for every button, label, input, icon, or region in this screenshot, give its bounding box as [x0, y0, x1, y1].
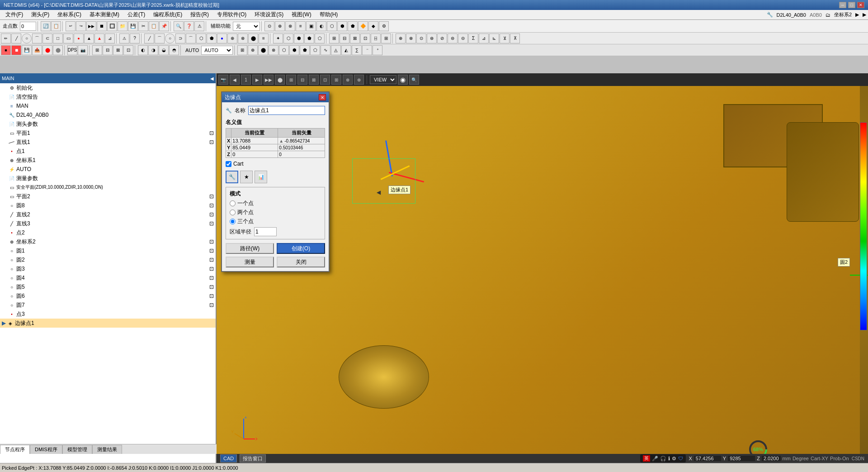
tb2-t6[interactable]: ⊜ [448, 33, 458, 43]
icon-btn-probe[interactable]: 🔧 [226, 171, 238, 183]
radio-two[interactable] [230, 210, 236, 215]
tb3-22[interactable]: ⬢ [289, 45, 299, 55]
tb-btn-20[interactable]: ▣ [306, 21, 316, 31]
tb3-7[interactable]: DPS [67, 45, 77, 55]
menu-help[interactable]: 帮助(H) [316, 10, 342, 19]
z-pos-cell[interactable] [231, 151, 278, 158]
tb2-draw-1[interactable]: ✏ [1, 33, 11, 43]
tb2-draw-3[interactable]: ○ [22, 33, 32, 43]
view-btn-10[interactable]: ⊡ [320, 75, 330, 85]
tab-model-mgr[interactable]: 模型管理 [62, 445, 92, 454]
view-btn-12[interactable]: ⊗ [343, 75, 353, 85]
tb2-t12[interactable]: ⊼ [510, 33, 520, 43]
tb2-t3[interactable]: ⊙ [416, 33, 426, 43]
view-btn-6[interactable]: ⬤ [275, 75, 285, 85]
tb2-draw-11[interactable]: ⊿ [105, 33, 115, 43]
tb-btn-27[interactable]: ⚙ [379, 21, 389, 31]
tb2-b2[interactable]: ? [130, 33, 140, 43]
tree-item-line2[interactable]: ╱ 直线2 ⊡ [0, 210, 216, 219]
tb3-27[interactable]: ◭ [341, 45, 351, 55]
tb3-17[interactable]: ⊞ [237, 45, 247, 55]
tb2-t5[interactable]: ⊘ [437, 33, 447, 43]
menu-probe[interactable]: 测头(P) [28, 10, 53, 19]
tab-result[interactable]: 测量结果 [92, 445, 122, 454]
radio-one[interactable] [230, 200, 236, 206]
tb2-draw-7[interactable]: ▭ [63, 33, 73, 43]
tb2-m4[interactable]: ⬟ [304, 33, 314, 43]
tb3-8[interactable]: 📷 [78, 45, 88, 55]
tb2-draw-5[interactable]: ⊂ [42, 33, 52, 43]
tb2-s5[interactable]: ⌸ [371, 33, 381, 43]
tree-item-circle3[interactable]: ○ 圆3 ⊡ [0, 264, 216, 273]
tb3-16[interactable]: ◓ [169, 45, 179, 55]
tb2-g8[interactable]: ● [217, 33, 227, 43]
tb2-draw-6[interactable]: □ [53, 33, 63, 43]
view-select[interactable]: VIEW [370, 75, 396, 84]
tb2-g1[interactable]: ╱ [144, 33, 154, 43]
tb2-t1[interactable]: ⊕ [396, 33, 406, 43]
tb-btn-2[interactable]: 📋 [51, 21, 61, 31]
menu-measure[interactable]: 基本测量(M) [86, 10, 123, 19]
tb3-29[interactable]: ⁻ [362, 45, 372, 55]
cad-button[interactable]: CAD [220, 454, 237, 462]
view-btn-prev[interactable]: ◀ [230, 75, 240, 85]
view-btn-zoom-fit[interactable]: ◉ [398, 75, 408, 85]
close-button[interactable]: ✕ [857, 2, 864, 8]
tb2-t10[interactable]: ⊾ [489, 33, 499, 43]
tb3-5[interactable]: ⬤ [42, 45, 52, 55]
tb-btn-26[interactable]: ◆ [368, 21, 378, 31]
tb3-28[interactable]: ∑ [352, 45, 362, 55]
tree-item-point3[interactable]: • 点3 [0, 310, 216, 319]
tree-item-circle4[interactable]: ○ 圆4 ⊡ [0, 273, 216, 282]
tb2-t8[interactable]: Σ [468, 33, 478, 43]
tree-item-circle1[interactable]: ○ 圆1 ⊡ [0, 246, 216, 255]
view-btn-zoom-search[interactable]: 🔍 [409, 75, 419, 85]
menu-env[interactable]: 环境设置(S) [251, 10, 287, 19]
tb2-b1[interactable]: ⚠ [119, 33, 129, 43]
maximize-button[interactable]: □ [848, 2, 855, 8]
tb2-g3[interactable]: ○ [165, 33, 175, 43]
tree-item-init[interactable]: ⚙ 初始化 [0, 83, 216, 92]
tb3-13[interactable]: ◐ [138, 45, 148, 55]
tb-btn-5[interactable]: ▶▶ [86, 21, 96, 31]
tb-btn-17[interactable]: ⊕ [275, 21, 285, 31]
tb3-12[interactable]: ⊡ [123, 45, 133, 55]
view-btn-13[interactable]: ⊕ [354, 75, 364, 85]
tree-item-measure-param[interactable]: 📄 测量参数 [0, 174, 216, 183]
view-btn-11[interactable]: ⊞ [331, 75, 341, 85]
tb3-15[interactable]: ◒ [159, 45, 169, 55]
tree-item-circle6[interactable]: ○ 圆6 ⊡ [0, 291, 216, 300]
tb2-g9[interactable]: ⊕ [227, 33, 237, 43]
tb2-s2[interactable]: ⊟ [340, 33, 349, 43]
tb-btn-21[interactable]: ◐ [316, 21, 326, 31]
tb-btn-22[interactable]: ⬡ [327, 21, 337, 31]
view-btn-9[interactable]: ⊠ [309, 75, 319, 85]
tb3-11[interactable]: ⊠ [113, 45, 123, 55]
tb2-g10[interactable]: ⊗ [238, 33, 248, 43]
k-input[interactable] [279, 152, 324, 157]
tree-item-line1[interactable]: ╱ 直线1 ⊡ [0, 138, 216, 147]
tb3-3[interactable]: 💾 [22, 45, 32, 55]
radius-input[interactable] [254, 227, 277, 236]
tree-item-circle2[interactable]: ○ 圆2 ⊡ [0, 255, 216, 264]
tb2-g6[interactable]: ⬡ [196, 33, 206, 43]
create-btn[interactable]: 创建(O) [277, 243, 325, 254]
menu-special[interactable]: 专用软件(O) [213, 10, 250, 19]
tb2-t2[interactable]: ⊗ [406, 33, 416, 43]
tb2-draw-9[interactable]: ▲ [84, 33, 94, 43]
tb2-draw-10[interactable]: ▲ [94, 33, 104, 43]
left-panel-collapse[interactable]: ◀ [210, 76, 214, 81]
tb3-25[interactable]: ∿ [321, 45, 330, 55]
x-pos-input[interactable] [232, 138, 277, 143]
tb-btn-18[interactable]: ⊗ [285, 21, 295, 31]
view-btn-next[interactable]: ▶ [252, 75, 262, 85]
tb2-g5[interactable]: ⌒ [186, 33, 196, 43]
tb2-s3[interactable]: ⊠ [350, 33, 360, 43]
view-btn-7[interactable]: ⊞ [286, 75, 296, 85]
aux-func-select[interactable]: 元 [233, 22, 260, 31]
tb2-g4[interactable]: ⊃ [175, 33, 185, 43]
menu-view[interactable]: 视图(W) [288, 10, 315, 19]
tree-item-clear[interactable]: 📄 清空报告 [0, 92, 216, 101]
tree-item-point2[interactable]: • 点2 [0, 228, 216, 237]
tb2-m2[interactable]: ⬡ [283, 33, 293, 43]
